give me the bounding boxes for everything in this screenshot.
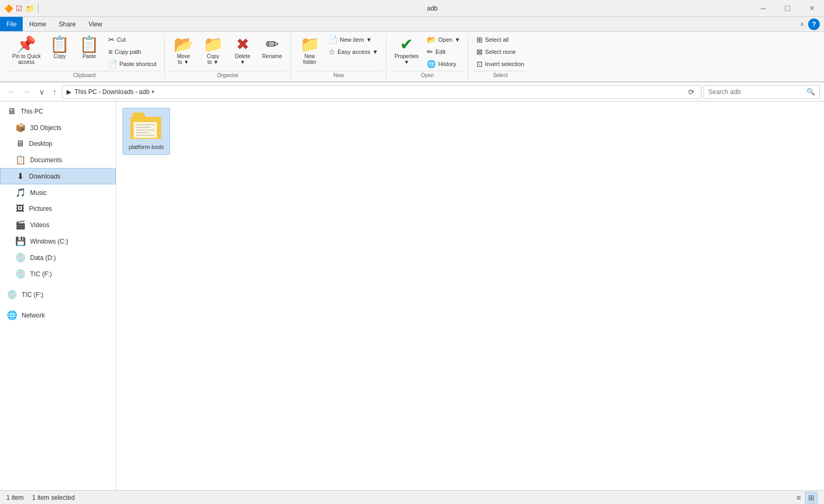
sidebar-item-documents[interactable]: 📋 Documents [0, 152, 116, 168]
copy-button[interactable]: 📋 Copy [45, 34, 74, 62]
refresh-button[interactable]: ⟳ [686, 86, 697, 98]
music-icon: 🎵 [15, 188, 26, 198]
menu-share[interactable]: Share [52, 17, 82, 31]
icons-view-button[interactable]: ⊞ [805, 492, 818, 503]
cut-button[interactable]: ✂ Cut [105, 34, 160, 45]
delete-icon: ✖ [236, 36, 249, 52]
easy-access-button[interactable]: ☆ Easy access ▼ [325, 46, 382, 58]
open-icon: 📂 [427, 35, 436, 44]
clipboard-group-label: Clipboard [8, 71, 160, 79]
sidebar-item-data-d[interactable]: 💿 Data (D:) [0, 249, 116, 266]
ribbon-group-select: ⊞ Select all ⊠ Select none ⊡ Invert sele… [469, 34, 532, 79]
file-item-platform-tools[interactable]: platform-tools [123, 108, 170, 155]
organise-group-label: Organise [169, 71, 286, 79]
properties-button[interactable]: ✔ Properties▼ [391, 34, 423, 68]
status-bar: 1 item 1 item selected ≡ ⊞ [0, 490, 824, 504]
properties-label: Properties▼ [395, 53, 419, 65]
forward-button[interactable]: → [20, 86, 34, 98]
history-button[interactable]: 🌐 History [423, 58, 464, 70]
sidebar-item-network[interactable]: 🌐 Network [0, 307, 116, 323]
search-input[interactable] [708, 88, 804, 96]
path-dropdown-button[interactable]: ▾ [152, 89, 154, 95]
item-count: 1 item [6, 494, 24, 501]
new-item-button[interactable]: 📄 New item ▼ [325, 34, 382, 45]
recent-locations-button[interactable]: ∨ [36, 86, 48, 98]
windows-c-icon: 💾 [15, 236, 26, 246]
path-segment-thispc[interactable]: This PC [74, 88, 97, 96]
minimize-button[interactable]: – [751, 0, 775, 17]
new-folder-button[interactable]: 📁 Newfolder [295, 34, 324, 68]
sidebar-item-downloads[interactable]: ⬇ Downloads [0, 168, 116, 184]
this-pc-label: This PC [21, 108, 43, 115]
menu-bar: File Home Share View ∧ ? [0, 17, 824, 32]
edit-label: Edit [435, 49, 445, 55]
back-button[interactable]: ← [4, 86, 18, 98]
new-item-icon: 📄 [329, 35, 338, 44]
maximize-button[interactable]: □ [775, 0, 800, 17]
sidebar-item-desktop[interactable]: 🖥 Desktop [0, 136, 116, 152]
paste-icon: 📋 [79, 36, 99, 52]
path-segment-adb: adb [139, 88, 149, 96]
invert-selection-button[interactable]: ⊡ Invert selection [473, 58, 528, 70]
menu-file[interactable]: File [0, 17, 23, 31]
select-none-label: Select none [485, 49, 516, 55]
paste-shortcut-button[interactable]: 📄 Paste shortcut [105, 58, 160, 70]
details-view-button[interactable]: ≡ [793, 492, 804, 503]
path-segment-downloads[interactable]: Downloads [102, 88, 134, 96]
help-button[interactable]: ? [808, 18, 820, 30]
history-icon: 🌐 [427, 60, 436, 68]
delete-button[interactable]: ✖ Delete▼ [228, 34, 257, 68]
sidebar-item-3d-objects[interactable]: 📦 3D Objects [0, 119, 116, 136]
window-controls: – □ × [751, 0, 824, 17]
delete-label: Delete▼ [235, 53, 250, 65]
move-to-button[interactable]: 📂 Moveto ▼ [169, 34, 198, 68]
tic-f-sub-label: TIC (F:) [30, 270, 52, 278]
ribbon: 📌 Pin to Quickaccess 📋 Copy 📋 Paste ✂ Cu… [0, 32, 824, 82]
copy-path-button[interactable]: ≡ Copy path [105, 46, 160, 58]
menu-home[interactable]: Home [23, 17, 52, 31]
3d-objects-icon: 📦 [15, 123, 26, 133]
toolbar-icon-1: 🔶 [4, 4, 13, 13]
documents-icon: 📋 [15, 155, 26, 165]
sidebar-item-tic-f-sub[interactable]: 💿 TIC (F:) [0, 266, 116, 282]
rename-button[interactable]: ✏ Rename [258, 34, 286, 62]
paste-button[interactable]: 📋 Paste [75, 34, 104, 62]
menu-help: ∧ ? [796, 17, 824, 31]
address-path[interactable]: ▶ This PC › Downloads › adb ▾ ⟳ [62, 85, 701, 99]
open-group-label: Open [391, 71, 464, 79]
sidebar-item-tic-f[interactable]: 💿 TIC (F:) [0, 286, 116, 303]
network-label: Network [22, 312, 45, 319]
ribbon-collapse-icon[interactable]: ∧ [800, 21, 804, 27]
view-controls: ≡ ⊞ [793, 492, 818, 503]
open-button[interactable]: 📂 Open ▼ [423, 34, 464, 45]
title-bar: 🔶 ☑ 📁 adb – □ × [0, 0, 824, 17]
open-label: Open [438, 36, 452, 43]
easy-access-arrow: ▼ [372, 49, 378, 55]
move-to-label: Moveto ▼ [177, 53, 190, 65]
invert-label: Invert selection [485, 61, 524, 67]
sidebar-item-videos[interactable]: 🎬 Videos [0, 217, 116, 233]
select-all-button[interactable]: ⊞ Select all [473, 34, 528, 45]
ribbon-group-open: ✔ Properties▼ 📂 Open ▼ ✏ Edit 🌐 History [387, 34, 469, 79]
sidebar-item-music[interactable]: 🎵 Music [0, 184, 116, 201]
search-box: 🔍 [704, 85, 820, 99]
close-button[interactable]: × [800, 0, 824, 17]
videos-label: Videos [30, 221, 49, 229]
menu-view[interactable]: View [82, 17, 108, 31]
sidebar-item-this-pc[interactable]: 🖥 This PC [0, 104, 116, 119]
select-none-button[interactable]: ⊠ Select none [473, 46, 528, 58]
new-folder-icon: 📁 [300, 36, 320, 52]
path-segment-icon: ▶ [67, 88, 71, 96]
ribbon-group-organise: 📂 Moveto ▼ 📁 Copyto ▼ ✖ Delete▼ ✏ Rename… [165, 34, 291, 79]
move-to-icon: 📂 [174, 36, 193, 52]
data-d-label: Data (D:) [30, 254, 56, 262]
copy-to-button[interactable]: 📁 Copyto ▼ [199, 34, 227, 68]
easy-access-icon: ☆ [329, 48, 335, 56]
sidebar-item-pictures[interactable]: 🖼 Pictures [0, 201, 116, 217]
tic-f-icon: 💿 [7, 290, 17, 300]
edit-button[interactable]: ✏ Edit [423, 46, 464, 58]
cut-label: Cut [117, 36, 126, 43]
pin-quick-access-button[interactable]: 📌 Pin to Quickaccess [8, 34, 44, 68]
sidebar-item-windows-c[interactable]: 💾 Windows (C:) [0, 233, 116, 249]
up-button[interactable]: ↑ [50, 86, 60, 98]
